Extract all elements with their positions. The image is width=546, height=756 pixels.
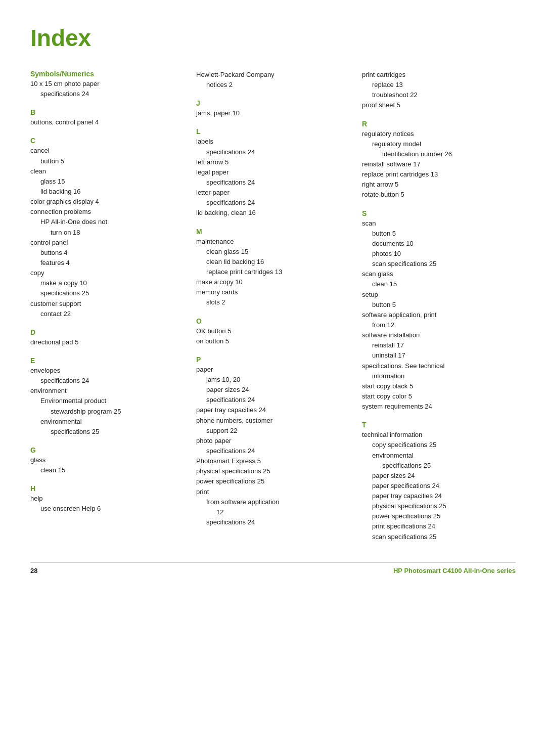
entry-main: 10 x 15 cm photo paper — [30, 79, 184, 89]
entry-main: specifications. See technical — [362, 361, 516, 371]
index-entry: labelsspecifications 24 — [196, 137, 350, 157]
entry-main: reinstall software 17 — [362, 159, 516, 169]
entry-main: phone numbers, customer — [196, 416, 350, 426]
footer-brand: HP Photosmart C4100 All-in-One series — [393, 567, 516, 574]
entry-sub: troubleshoot 22 — [362, 90, 516, 100]
entry-sub: specifications 24 — [196, 395, 350, 405]
entry-sub: stewardship program 25 — [30, 407, 184, 417]
index-entry: software application, printfrom 12 — [362, 310, 516, 330]
entry-sub: button 5 — [30, 156, 184, 166]
index-entry: system requirements 24 — [362, 402, 516, 412]
page-title: Index — [30, 24, 516, 52]
index-entry: print cartridgesreplace 13troubleshoot 2… — [362, 70, 516, 100]
index-entry: rotate button 5 — [362, 190, 516, 200]
index-entry: regulatory noticesregulatory modelidenti… — [362, 129, 516, 159]
entry-main: software application, print — [362, 310, 516, 320]
entry-sub: from software application — [196, 497, 350, 507]
entry-sub: buttons 4 — [30, 248, 184, 258]
entry-main: software installation — [362, 330, 516, 340]
section-letter: T — [362, 421, 516, 429]
entry-main: maintenance — [196, 237, 350, 247]
section-letter: D — [30, 328, 184, 336]
section-letter: P — [196, 355, 350, 364]
index-entry: environmentEnvironmental productstewards… — [30, 386, 184, 437]
entry-main: on button 5 — [196, 336, 350, 346]
entry-sub: specifications 24 — [196, 517, 350, 527]
entry-sub: specifications 24 — [196, 198, 350, 208]
index-entry: left arrow 5 — [196, 157, 350, 167]
index-column-1: Symbols/Numerics10 x 15 cm photo papersp… — [30, 70, 196, 542]
page-number: 28 — [30, 567, 37, 574]
entry-sub: paper sizes 24 — [362, 471, 516, 481]
entry-sub: physical specifications 25 — [362, 501, 516, 511]
entry-main: start copy black 5 — [362, 381, 516, 391]
index-entry: connection problemsHP All-in-One does no… — [30, 207, 184, 237]
entry-sub: specifications 25 — [362, 461, 516, 471]
entry-main: right arrow 5 — [362, 180, 516, 190]
entry-sub: use onscreen Help 6 — [30, 504, 184, 514]
index-entry: start copy color 5 — [362, 391, 516, 402]
section-letter: S — [362, 209, 516, 217]
entry-sub: paper specifications 24 — [362, 481, 516, 491]
entry-sub: specifications 24 — [30, 376, 184, 386]
index-entry: helpuse onscreen Help 6 — [30, 494, 184, 514]
index-entry: cleanglass 15lid backing 16 — [30, 166, 184, 197]
entry-main: left arrow 5 — [196, 157, 350, 167]
entry-sub: specifications 24 — [196, 147, 350, 157]
entry-sub: print specifications 24 — [362, 521, 516, 531]
index-entry: power specifications 25 — [196, 476, 350, 486]
entry-sub: documents 10 — [362, 239, 516, 249]
entry-sub: clean 15 — [362, 279, 516, 289]
entry-sub: clean 15 — [30, 465, 184, 475]
entry-sub: clean glass 15 — [196, 247, 350, 257]
section-letter: B — [30, 108, 184, 116]
entry-main: photo paper — [196, 436, 350, 446]
entry-sub: paper sizes 24 — [196, 385, 350, 395]
section-letter: O — [196, 317, 350, 325]
index-entry: make a copy 10 — [196, 277, 350, 287]
index-entry: setupbutton 5 — [362, 290, 516, 310]
entry-main: paper tray capacities 24 — [196, 405, 350, 415]
entry-main: letter paper — [196, 188, 350, 198]
entry-sub: jams 10, 20 — [196, 375, 350, 385]
index-entry: printfrom software application12specific… — [196, 487, 350, 528]
entry-main: regulatory notices — [362, 129, 516, 139]
entry-main: control panel — [30, 238, 184, 248]
index-entry: replace print cartridges 13 — [362, 169, 516, 180]
index-entry: buttons, control panel 4 — [30, 117, 184, 127]
entry-main: power specifications 25 — [196, 476, 350, 486]
index-entry: 10 x 15 cm photo paperspecifications 24 — [30, 79, 184, 99]
entry-sub: contact 22 — [30, 309, 184, 319]
entry-sub: scan specifications 25 — [362, 532, 516, 542]
entry-main: envelopes — [30, 366, 184, 376]
index-entry: maintenanceclean glass 15clean lid backi… — [196, 237, 350, 278]
entry-main: labels — [196, 137, 350, 147]
entry-sub: support 22 — [196, 426, 350, 436]
entry-main: environment — [30, 386, 184, 396]
entry-main: glass — [30, 455, 184, 465]
entry-main: make a copy 10 — [196, 277, 350, 287]
index-entry: technical informationcopy specifications… — [362, 430, 516, 542]
entry-main: copy — [30, 268, 184, 278]
index-entry: software installationreinstall 17uninsta… — [362, 330, 516, 361]
entry-sub: paper tray capacities 24 — [362, 491, 516, 501]
index-entry: Hewlett-Packard Companynotices 2 — [196, 70, 350, 90]
index-entry: paperjams 10, 20paper sizes 24specificat… — [196, 365, 350, 406]
entry-main: help — [30, 494, 184, 504]
index-entry: jams, paper 10 — [196, 108, 350, 118]
entry-sub: slots 2 — [196, 297, 350, 307]
entry-sub: reinstall 17 — [362, 340, 516, 350]
section-letter: E — [30, 357, 184, 365]
section-letter: G — [30, 446, 184, 454]
entry-main: Hewlett-Packard Company — [196, 70, 350, 80]
entry-main: customer support — [30, 299, 184, 309]
entry-sub: replace 13 — [362, 80, 516, 90]
index-entry: specifications. See technicalinformation — [362, 361, 516, 381]
index-entry: on button 5 — [196, 336, 350, 346]
entry-main: lid backing, clean 16 — [196, 208, 350, 218]
index-entry: reinstall software 17 — [362, 159, 516, 169]
index-entry: photo paperspecifications 24 — [196, 436, 350, 456]
index-entry: directional pad 5 — [30, 337, 184, 347]
index-entry: memory cardsslots 2 — [196, 287, 350, 307]
entry-main: clean — [30, 166, 184, 176]
